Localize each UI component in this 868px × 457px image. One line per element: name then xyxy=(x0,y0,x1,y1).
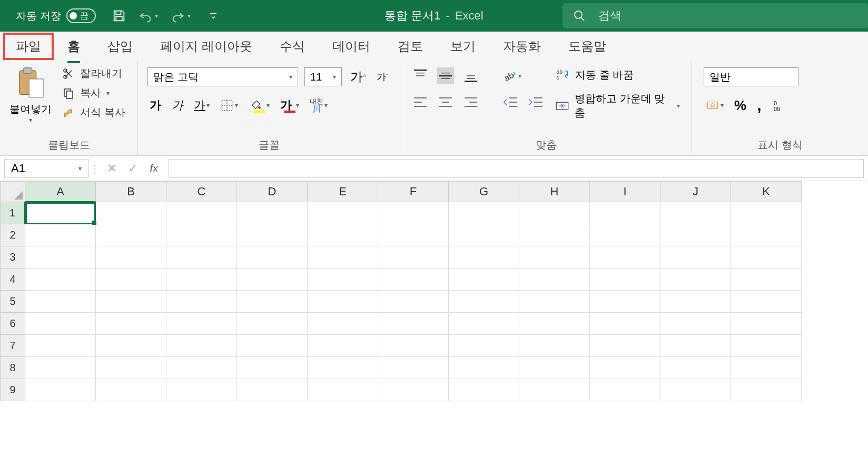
cell[interactable] xyxy=(378,313,449,335)
cell[interactable] xyxy=(96,313,166,335)
formula-input[interactable] xyxy=(169,159,864,178)
cell[interactable] xyxy=(449,246,519,269)
cell[interactable] xyxy=(166,269,237,291)
merge-center-button[interactable]: 병합하고 가운데 맞춤 ▾ xyxy=(555,92,680,120)
cell[interactable] xyxy=(96,224,166,246)
cell[interactable] xyxy=(96,335,166,357)
row-header[interactable]: 1 xyxy=(0,202,25,224)
cell[interactable] xyxy=(590,291,660,313)
cell[interactable] xyxy=(96,246,166,269)
cell[interactable] xyxy=(237,224,308,246)
cell[interactable] xyxy=(378,335,449,357)
cell[interactable] xyxy=(25,246,96,269)
cell[interactable] xyxy=(731,379,802,401)
insert-function-button[interactable]: fx xyxy=(143,159,164,178)
row-header[interactable]: 8 xyxy=(0,357,25,379)
cell[interactable] xyxy=(378,246,449,269)
cell[interactable] xyxy=(25,313,96,335)
cell[interactable] xyxy=(590,269,660,291)
cell[interactable] xyxy=(308,379,378,401)
cell[interactable] xyxy=(378,291,449,313)
cell[interactable] xyxy=(660,313,731,335)
tab-data[interactable]: 데이터 xyxy=(319,33,384,60)
increase-decimal-button[interactable]: .0.00 xyxy=(770,96,787,115)
tab-automate[interactable]: 자동화 xyxy=(489,33,555,60)
cell[interactable] xyxy=(166,246,237,269)
cell[interactable] xyxy=(590,335,660,357)
cell[interactable] xyxy=(166,335,237,357)
align-middle-button[interactable] xyxy=(437,67,454,84)
column-header[interactable]: E xyxy=(308,181,378,202)
row-header[interactable]: 9 xyxy=(0,379,25,401)
cell[interactable] xyxy=(378,202,449,224)
row-header[interactable]: 5 xyxy=(0,291,25,313)
fill-color-button[interactable]: ▾ xyxy=(246,96,272,115)
cell[interactable] xyxy=(25,224,96,246)
cell[interactable] xyxy=(731,269,802,291)
cell[interactable] xyxy=(449,313,519,335)
column-header[interactable]: B xyxy=(96,181,166,202)
cell[interactable] xyxy=(378,269,449,291)
cell[interactable] xyxy=(519,357,590,379)
cell[interactable] xyxy=(449,224,519,246)
phonetic-button[interactable]: 내천 川 ▾ xyxy=(308,96,330,115)
cell[interactable] xyxy=(166,202,237,224)
cell[interactable] xyxy=(237,379,308,401)
column-header[interactable]: K xyxy=(731,181,802,202)
font-name-combo[interactable]: 맑은 고딕 ▾ xyxy=(147,67,298,86)
cell[interactable] xyxy=(237,335,308,357)
cell[interactable] xyxy=(660,379,731,401)
cell[interactable] xyxy=(449,335,519,357)
column-header[interactable]: F xyxy=(378,181,449,202)
cell[interactable] xyxy=(166,313,237,335)
cell[interactable] xyxy=(519,291,590,313)
cell[interactable] xyxy=(308,357,378,379)
cell[interactable] xyxy=(519,379,590,401)
autosave-toggle[interactable]: 자동 저장 끔 xyxy=(16,8,96,23)
cell[interactable] xyxy=(449,291,519,313)
cell[interactable] xyxy=(590,224,660,246)
cell[interactable] xyxy=(731,291,802,313)
cell[interactable] xyxy=(731,357,802,379)
orientation-button[interactable]: ab ▾ xyxy=(502,67,521,84)
align-left-button[interactable] xyxy=(412,94,429,111)
increase-font-button[interactable]: 가^ xyxy=(348,67,368,86)
cut-button[interactable]: 잘라내기 xyxy=(62,66,125,81)
cell[interactable] xyxy=(660,224,731,246)
cell[interactable] xyxy=(25,379,96,401)
cell[interactable] xyxy=(731,246,802,269)
tab-review[interactable]: 검토 xyxy=(384,33,437,60)
cell[interactable] xyxy=(519,246,590,269)
row-header[interactable]: 3 xyxy=(0,246,25,269)
cell[interactable] xyxy=(237,269,308,291)
cell[interactable] xyxy=(96,357,166,379)
cell[interactable] xyxy=(660,269,731,291)
increase-indent-button[interactable] xyxy=(528,94,545,111)
tab-insert[interactable]: 삽입 xyxy=(94,33,146,60)
cell[interactable] xyxy=(308,335,378,357)
border-button[interactable]: ▾ xyxy=(218,96,240,115)
paste-button[interactable]: 붙여넣기 ▾ xyxy=(4,64,57,137)
tab-home[interactable]: 홈 xyxy=(54,33,94,60)
search-box[interactable]: 검색 xyxy=(563,3,868,28)
decrease-font-button[interactable]: 가ˇ xyxy=(374,67,390,86)
cell[interactable] xyxy=(519,269,590,291)
cell[interactable] xyxy=(590,246,660,269)
cell[interactable] xyxy=(731,224,802,246)
cell[interactable] xyxy=(378,379,449,401)
align-top-button[interactable] xyxy=(412,67,429,84)
percent-button[interactable]: % xyxy=(732,96,748,115)
enter-formula-button[interactable]: ✓ xyxy=(122,159,143,178)
cell[interactable] xyxy=(378,357,449,379)
format-painter-button[interactable]: 서식 복사 xyxy=(62,105,125,120)
column-header[interactable]: D xyxy=(237,181,308,202)
row-header[interactable]: 4 xyxy=(0,269,25,291)
tab-page-layout[interactable]: 페이지 레이아웃 xyxy=(146,33,266,60)
cell[interactable] xyxy=(237,246,308,269)
cell[interactable] xyxy=(25,291,96,313)
cell[interactable] xyxy=(96,269,166,291)
align-bottom-button[interactable] xyxy=(462,67,479,84)
cell[interactable] xyxy=(519,202,590,224)
cell[interactable] xyxy=(166,224,237,246)
undo-button[interactable]: ▾ xyxy=(134,5,162,26)
